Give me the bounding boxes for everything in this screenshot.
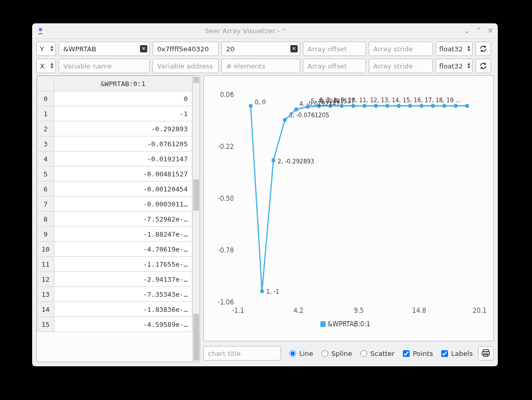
table-row[interactable]: 11-1.17655e-… [37, 257, 192, 272]
close-button[interactable]: ✕ [487, 27, 494, 35]
table-row[interactable]: 7-0.0003011… [37, 197, 192, 212]
x-stride-input[interactable] [369, 59, 433, 73]
row-value: -1.17655e-… [54, 257, 192, 272]
table-row[interactable]: 12-2.94137e-… [37, 272, 192, 287]
labels-checkbox[interactable]: Labels [437, 350, 473, 357]
table-row[interactable]: 14-1.83836e-… [37, 302, 192, 317]
x-offset-input[interactable] [303, 59, 366, 73]
row-value: 0 [54, 91, 192, 106]
x-dtype-select[interactable]: float32 ▲▼ [436, 59, 473, 73]
svg-text:4.2: 4.2 [293, 306, 303, 314]
points-checkbox[interactable]: Points [399, 350, 433, 357]
refresh-icon [479, 61, 488, 71]
table-row[interactable]: 00 [37, 91, 192, 106]
table-row[interactable]: 1-1 [37, 106, 192, 121]
printer-icon [481, 349, 491, 358]
svg-text:14.8: 14.8 [412, 306, 426, 314]
table-scrollbar[interactable] [192, 76, 200, 362]
row-value: -7.52982e-… [54, 212, 192, 227]
y-address-input[interactable] [152, 42, 219, 56]
table-col-header[interactable]: &WPRTAB:0:1 [54, 76, 192, 91]
data-table[interactable]: &WPRTAB:0:1 001-12-0.2928933-0.07612054-… [37, 76, 192, 332]
mode-line-radio[interactable]: Line [285, 350, 313, 357]
y-dtype-value: float32 [439, 45, 463, 53]
minimize-button[interactable]: ⌄ [464, 27, 470, 35]
table-row[interactable]: 15-4.59589e-… [37, 317, 192, 332]
svg-text:3, -0.0761205: 3, -0.0761205 [289, 111, 329, 119]
svg-point-27 [431, 104, 435, 108]
svg-point-11 [249, 104, 252, 108]
x-address-input[interactable] [152, 59, 219, 73]
svg-text:0, 0: 0, 0 [255, 98, 265, 106]
chart-title-input[interactable] [203, 346, 281, 361]
axis-y-label: Y [40, 45, 44, 53]
table-row[interactable]: 5-0.00481527 [37, 167, 192, 182]
row-value: -1.88247e-… [54, 227, 192, 242]
refresh-icon [479, 44, 488, 53]
y-stride-input[interactable] [369, 42, 433, 56]
y-refresh-button[interactable] [475, 42, 491, 56]
row-value: -4.70619e-… [54, 242, 192, 257]
svg-point-22 [374, 104, 377, 108]
row-index: 3 [37, 136, 54, 151]
svg-point-21 [363, 104, 366, 108]
table-row[interactable]: 4-0.0192147 [37, 151, 192, 167]
row-value: -0.00120454 [54, 182, 192, 197]
table-row[interactable]: 9-1.88247e-… [37, 227, 192, 242]
row-index: 10 [37, 242, 54, 257]
table-row[interactable]: 13-7.35343e-… [37, 287, 192, 302]
maximize-button[interactable]: ⌃ [475, 27, 482, 35]
main-area: &WPRTAB:0:1 001-12-0.2928933-0.07612054-… [32, 73, 498, 366]
table-row[interactable]: 8-7.52982e-… [37, 212, 192, 227]
row-index: 15 [37, 317, 54, 332]
axis-x-label: X [40, 62, 45, 70]
svg-text:6, 7, 8, 9, 10, 11, 12, 13, 14: 6, 7, 8, 9, 10, 11, 12, 13, 14, 15, 16, … [319, 96, 461, 104]
axis-selector-x[interactable]: X ▲▼ [36, 59, 56, 73]
y-variable-input[interactable]: ✕ [59, 42, 150, 56]
table-row[interactable]: 10-4.70619e-… [37, 242, 192, 257]
row-value: -0.0003011… [54, 197, 192, 212]
row-value: -0.0761205 [54, 136, 192, 151]
row-value: -0.292893 [54, 121, 192, 136]
mode-scatter-radio[interactable]: Scatter [356, 350, 395, 357]
svg-text:&WPRTAB:0:1: &WPRTAB:0:1 [328, 320, 370, 328]
y-dtype-select[interactable]: float32 ▲▼ [436, 42, 473, 56]
table-row[interactable]: 2-0.292893 [37, 121, 192, 136]
mode-spline-radio[interactable]: Spline [317, 350, 352, 357]
row-value: -1.83836e-… [54, 302, 192, 317]
x-variable-input[interactable] [59, 59, 150, 73]
svg-text:9.5: 9.5 [354, 306, 364, 314]
svg-point-13 [272, 158, 275, 162]
clear-icon[interactable]: ✕ [290, 45, 298, 52]
right-pane: 0.06-0.22-0.50-0.78-1.06-1.14.29.514.820… [203, 75, 494, 362]
toolbar-row-x: X ▲▼ float32 ▲▼ [32, 56, 498, 73]
svg-point-30 [466, 104, 469, 108]
row-value: -4.59589e-… [54, 317, 192, 332]
y-offset-input[interactable] [303, 42, 366, 56]
svg-text:2, -0.292893: 2, -0.292893 [277, 158, 314, 165]
row-index: 12 [37, 272, 54, 287]
svg-point-29 [454, 104, 457, 108]
row-value: -1 [54, 106, 192, 121]
axis-selector-y[interactable]: Y ▲▼ [36, 42, 56, 56]
titlebar: Seer Array Visualizer - '' ⌄ ⌃ ✕ [32, 23, 498, 39]
row-value: -0.0192147 [54, 151, 192, 167]
row-value: -2.94137e-… [54, 272, 192, 287]
x-dtype-value: float32 [439, 62, 463, 70]
svg-text:-0.50: -0.50 [218, 195, 234, 203]
clear-icon[interactable]: ✕ [140, 45, 147, 52]
row-index: 1 [37, 106, 54, 121]
print-button[interactable] [478, 346, 494, 361]
row-value: -7.35343e-… [54, 287, 192, 302]
app-icon [36, 27, 45, 35]
svg-text:20.1: 20.1 [473, 306, 487, 314]
x-refresh-button[interactable] [475, 59, 491, 73]
table-row[interactable]: 6-0.00120454 [37, 182, 192, 197]
chart-area[interactable]: 0.06-0.22-0.50-0.78-1.06-1.14.29.514.820… [203, 75, 494, 341]
y-elements-input[interactable]: ✕ [221, 42, 300, 56]
row-index: 8 [37, 212, 54, 227]
x-elements-input[interactable] [221, 59, 300, 73]
svg-point-28 [443, 104, 446, 108]
row-index: 11 [37, 257, 54, 272]
table-row[interactable]: 3-0.0761205 [37, 136, 192, 151]
